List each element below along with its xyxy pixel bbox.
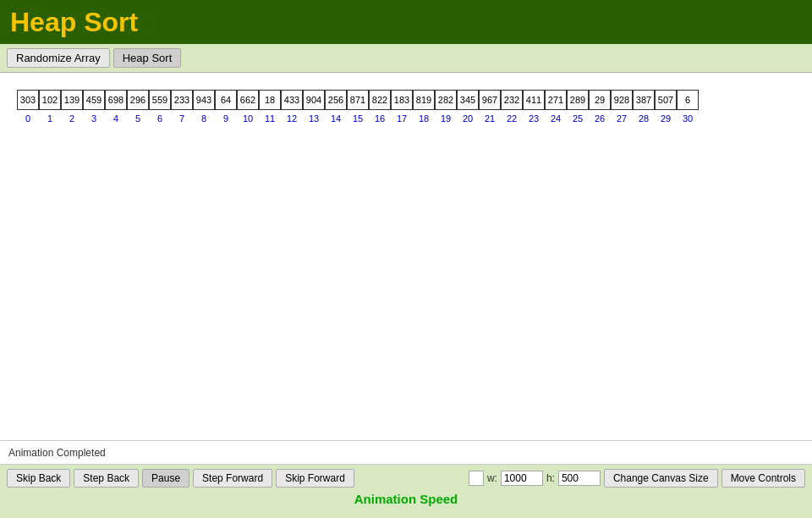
array-cell: 459	[83, 90, 105, 110]
array-index: 23	[523, 110, 545, 127]
skip-forward-button[interactable]: Skip Forward	[276, 469, 354, 488]
array-index: 6	[149, 110, 171, 127]
array-indices: 0123456789101112131415161718192021222324…	[17, 110, 699, 127]
controls-line: Skip Back Step Back Pause Step Forward S…	[0, 465, 812, 488]
array-index: 19	[435, 110, 457, 127]
bottom-section: Skip Back Step Back Pause Step Forward S…	[0, 464, 812, 518]
h-label: h:	[546, 472, 555, 484]
array-index: 1	[39, 110, 61, 127]
array-cell: 282	[435, 90, 457, 110]
array-index: 22	[501, 110, 523, 127]
array-index: 28	[633, 110, 655, 127]
array-cell: 819	[413, 90, 435, 110]
array-cell: 232	[501, 90, 523, 110]
array-index: 10	[237, 110, 259, 127]
array-index: 17	[391, 110, 413, 127]
array-index: 0	[17, 110, 39, 127]
array-cell: 256	[325, 90, 347, 110]
width-input[interactable]	[501, 471, 543, 486]
status-text: Animation Completed	[8, 447, 106, 459]
toolbar: Randomize Array Heap Sort	[0, 44, 812, 73]
array-index: 26	[589, 110, 611, 127]
step-forward-button[interactable]: Step Forward	[193, 469, 272, 488]
array-index: 13	[303, 110, 325, 127]
pause-button[interactable]: Pause	[142, 469, 189, 488]
array-cell: 296	[127, 90, 149, 110]
array-cell: 102	[39, 90, 61, 110]
move-controls-button[interactable]: Move Controls	[721, 469, 805, 488]
main-canvas: 3031021394596982965592339436466218433904…	[0, 73, 812, 464]
randomize-array-button[interactable]: Randomize Array	[7, 48, 110, 68]
array-index: 29	[655, 110, 677, 127]
array-index: 12	[281, 110, 303, 127]
array-cell: 822	[369, 90, 391, 110]
array-cell: 139	[61, 90, 83, 110]
array-cell: 433	[281, 90, 303, 110]
array-index: 25	[567, 110, 589, 127]
status-bar: Animation Completed	[0, 440, 812, 464]
array-index: 4	[105, 110, 127, 127]
array-index: 21	[479, 110, 501, 127]
change-canvas-size-button[interactable]: Change Canvas Size	[604, 469, 718, 488]
array-cell: 387	[633, 90, 655, 110]
page-title: Heap Sort	[10, 7, 138, 38]
array-cell: 943	[193, 90, 215, 110]
array-index: 11	[259, 110, 281, 127]
array-cell: 64	[215, 90, 237, 110]
array-cell: 871	[347, 90, 369, 110]
array-container: 3031021394596982965592339436466218433904…	[17, 90, 804, 127]
array-index: 16	[369, 110, 391, 127]
array-index: 8	[193, 110, 215, 127]
speed-line: Animation Speed	[0, 488, 812, 510]
array-cell: 507	[655, 90, 677, 110]
array-cell: 411	[523, 90, 545, 110]
array-cell: 289	[567, 90, 589, 110]
array-index: 18	[413, 110, 435, 127]
array-index: 2	[61, 110, 83, 127]
array-index: 9	[215, 110, 237, 127]
step-back-button[interactable]: Step Back	[74, 469, 139, 488]
speed-indicator	[469, 471, 484, 486]
array-index: 3	[83, 110, 105, 127]
array-cell: 928	[611, 90, 633, 110]
array-cell: 967	[479, 90, 501, 110]
array-cell: 303	[17, 90, 39, 110]
heap-sort-button[interactable]: Heap Sort	[113, 48, 182, 68]
skip-back-button[interactable]: Skip Back	[7, 469, 70, 488]
array-index: 5	[127, 110, 149, 127]
array-cell: 662	[237, 90, 259, 110]
array-cell: 6	[677, 90, 699, 110]
array-index: 24	[545, 110, 567, 127]
array-index: 15	[347, 110, 369, 127]
array-cell: 559	[149, 90, 171, 110]
array-cell: 18	[259, 90, 281, 110]
right-controls: w: h: Change Canvas Size Move Controls	[469, 469, 805, 488]
array-cell: 345	[457, 90, 479, 110]
array-index: 20	[457, 110, 479, 127]
header: Heap Sort	[0, 0, 812, 44]
array-index: 27	[611, 110, 633, 127]
array-index: 14	[325, 110, 347, 127]
array-cells: 3031021394596982965592339436466218433904…	[17, 90, 699, 110]
w-label: w:	[487, 472, 497, 484]
array-index: 7	[171, 110, 193, 127]
array-index: 30	[677, 110, 699, 127]
array-cell: 904	[303, 90, 325, 110]
array-cell: 233	[171, 90, 193, 110]
array-cell: 183	[391, 90, 413, 110]
array-cell: 698	[105, 90, 127, 110]
array-cell: 271	[545, 90, 567, 110]
animation-speed-label: Animation Speed	[354, 492, 458, 506]
height-input[interactable]	[558, 471, 601, 486]
array-cell: 29	[589, 90, 611, 110]
